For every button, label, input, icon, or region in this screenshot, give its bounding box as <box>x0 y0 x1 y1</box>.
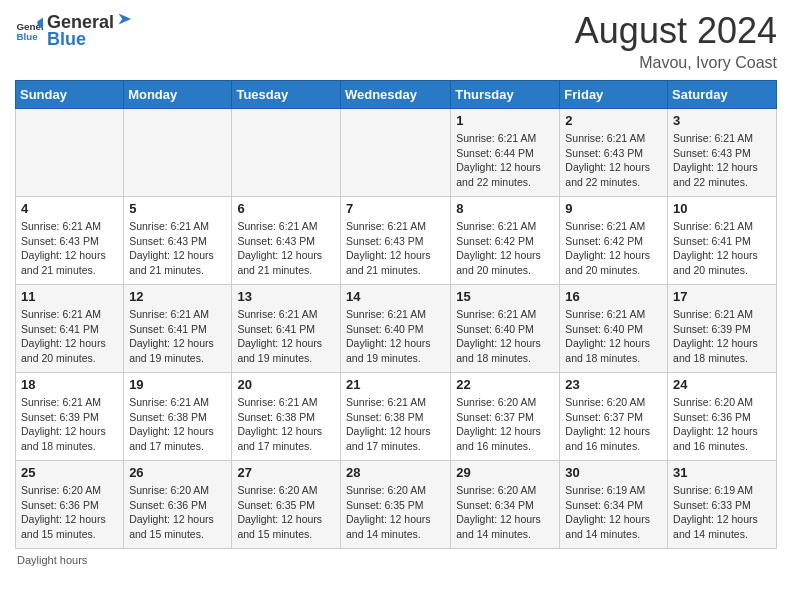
day-cell-3-3: 21Sunrise: 6:21 AM Sunset: 6:38 PM Dayli… <box>340 373 450 461</box>
day-cell-1-5: 9Sunrise: 6:21 AM Sunset: 6:42 PM Daylig… <box>560 197 668 285</box>
day-number: 8 <box>456 201 554 216</box>
day-number: 31 <box>673 465 771 480</box>
week-row-1: 1Sunrise: 6:21 AM Sunset: 6:44 PM Daylig… <box>16 109 777 197</box>
day-info: Sunrise: 6:20 AM Sunset: 6:36 PM Dayligh… <box>673 395 771 454</box>
day-cell-0-5: 2Sunrise: 6:21 AM Sunset: 6:43 PM Daylig… <box>560 109 668 197</box>
header-thursday: Thursday <box>451 81 560 109</box>
day-cell-3-0: 18Sunrise: 6:21 AM Sunset: 6:39 PM Dayli… <box>16 373 124 461</box>
day-info: Sunrise: 6:20 AM Sunset: 6:35 PM Dayligh… <box>346 483 445 542</box>
day-cell-0-1 <box>124 109 232 197</box>
day-cell-3-2: 20Sunrise: 6:21 AM Sunset: 6:38 PM Dayli… <box>232 373 341 461</box>
day-number: 5 <box>129 201 226 216</box>
day-info: Sunrise: 6:21 AM Sunset: 6:42 PM Dayligh… <box>456 219 554 278</box>
day-number: 1 <box>456 113 554 128</box>
day-number: 30 <box>565 465 662 480</box>
header-sunday: Sunday <box>16 81 124 109</box>
day-info: Sunrise: 6:20 AM Sunset: 6:35 PM Dayligh… <box>237 483 335 542</box>
calendar-title: August 2024 <box>575 10 777 52</box>
day-number: 2 <box>565 113 662 128</box>
logo-icon: General Blue <box>15 16 43 44</box>
day-number: 22 <box>456 377 554 392</box>
day-info: Sunrise: 6:21 AM Sunset: 6:43 PM Dayligh… <box>346 219 445 278</box>
day-cell-4-2: 27Sunrise: 6:20 AM Sunset: 6:35 PM Dayli… <box>232 461 341 549</box>
day-cell-2-0: 11Sunrise: 6:21 AM Sunset: 6:41 PM Dayli… <box>16 285 124 373</box>
day-info: Sunrise: 6:20 AM Sunset: 6:36 PM Dayligh… <box>129 483 226 542</box>
day-number: 27 <box>237 465 335 480</box>
calendar-table: Sunday Monday Tuesday Wednesday Thursday… <box>15 80 777 549</box>
day-number: 15 <box>456 289 554 304</box>
day-info: Sunrise: 6:21 AM Sunset: 6:43 PM Dayligh… <box>21 219 118 278</box>
day-cell-3-6: 24Sunrise: 6:20 AM Sunset: 6:36 PM Dayli… <box>668 373 777 461</box>
day-cell-4-5: 30Sunrise: 6:19 AM Sunset: 6:34 PM Dayli… <box>560 461 668 549</box>
day-info: Sunrise: 6:21 AM Sunset: 6:43 PM Dayligh… <box>237 219 335 278</box>
day-number: 16 <box>565 289 662 304</box>
day-cell-0-4: 1Sunrise: 6:21 AM Sunset: 6:44 PM Daylig… <box>451 109 560 197</box>
day-info: Sunrise: 6:21 AM Sunset: 6:40 PM Dayligh… <box>456 307 554 366</box>
day-cell-2-3: 14Sunrise: 6:21 AM Sunset: 6:40 PM Dayli… <box>340 285 450 373</box>
day-cell-0-2 <box>232 109 341 197</box>
header-monday: Monday <box>124 81 232 109</box>
header-tuesday: Tuesday <box>232 81 341 109</box>
day-number: 9 <box>565 201 662 216</box>
day-number: 20 <box>237 377 335 392</box>
day-info: Sunrise: 6:21 AM Sunset: 6:43 PM Dayligh… <box>129 219 226 278</box>
day-number: 3 <box>673 113 771 128</box>
days-header-row: Sunday Monday Tuesday Wednesday Thursday… <box>16 81 777 109</box>
day-info: Sunrise: 6:21 AM Sunset: 6:38 PM Dayligh… <box>237 395 335 454</box>
day-cell-4-6: 31Sunrise: 6:19 AM Sunset: 6:33 PM Dayli… <box>668 461 777 549</box>
day-cell-1-1: 5Sunrise: 6:21 AM Sunset: 6:43 PM Daylig… <box>124 197 232 285</box>
day-cell-4-1: 26Sunrise: 6:20 AM Sunset: 6:36 PM Dayli… <box>124 461 232 549</box>
day-info: Sunrise: 6:21 AM Sunset: 6:40 PM Dayligh… <box>565 307 662 366</box>
day-number: 29 <box>456 465 554 480</box>
logo: General Blue General Blue <box>15 10 134 50</box>
day-cell-1-3: 7Sunrise: 6:21 AM Sunset: 6:43 PM Daylig… <box>340 197 450 285</box>
day-cell-1-4: 8Sunrise: 6:21 AM Sunset: 6:42 PM Daylig… <box>451 197 560 285</box>
day-cell-4-0: 25Sunrise: 6:20 AM Sunset: 6:36 PM Dayli… <box>16 461 124 549</box>
day-cell-2-1: 12Sunrise: 6:21 AM Sunset: 6:41 PM Dayli… <box>124 285 232 373</box>
day-cell-4-4: 29Sunrise: 6:20 AM Sunset: 6:34 PM Dayli… <box>451 461 560 549</box>
svg-marker-3 <box>119 14 132 25</box>
day-info: Sunrise: 6:21 AM Sunset: 6:41 PM Dayligh… <box>673 219 771 278</box>
day-number: 19 <box>129 377 226 392</box>
day-cell-0-3 <box>340 109 450 197</box>
header-wednesday: Wednesday <box>340 81 450 109</box>
day-number: 25 <box>21 465 118 480</box>
footer-note: Daylight hours <box>15 554 777 566</box>
day-info: Sunrise: 6:20 AM Sunset: 6:34 PM Dayligh… <box>456 483 554 542</box>
header: General Blue General Blue August 2024 Ma… <box>15 10 777 72</box>
day-cell-3-5: 23Sunrise: 6:20 AM Sunset: 6:37 PM Dayli… <box>560 373 668 461</box>
week-row-3: 11Sunrise: 6:21 AM Sunset: 6:41 PM Dayli… <box>16 285 777 373</box>
day-number: 6 <box>237 201 335 216</box>
day-info: Sunrise: 6:21 AM Sunset: 6:41 PM Dayligh… <box>129 307 226 366</box>
day-number: 4 <box>21 201 118 216</box>
day-number: 28 <box>346 465 445 480</box>
day-info: Sunrise: 6:21 AM Sunset: 6:43 PM Dayligh… <box>565 131 662 190</box>
header-saturday: Saturday <box>668 81 777 109</box>
day-number: 18 <box>21 377 118 392</box>
day-info: Sunrise: 6:21 AM Sunset: 6:39 PM Dayligh… <box>673 307 771 366</box>
day-number: 10 <box>673 201 771 216</box>
day-number: 14 <box>346 289 445 304</box>
svg-text:Blue: Blue <box>16 31 38 42</box>
title-area: August 2024 Mavou, Ivory Coast <box>575 10 777 72</box>
week-row-5: 25Sunrise: 6:20 AM Sunset: 6:36 PM Dayli… <box>16 461 777 549</box>
day-number: 13 <box>237 289 335 304</box>
day-number: 12 <box>129 289 226 304</box>
day-cell-1-2: 6Sunrise: 6:21 AM Sunset: 6:43 PM Daylig… <box>232 197 341 285</box>
day-cell-3-1: 19Sunrise: 6:21 AM Sunset: 6:38 PM Dayli… <box>124 373 232 461</box>
day-number: 23 <box>565 377 662 392</box>
day-info: Sunrise: 6:21 AM Sunset: 6:42 PM Dayligh… <box>565 219 662 278</box>
day-cell-0-6: 3Sunrise: 6:21 AM Sunset: 6:43 PM Daylig… <box>668 109 777 197</box>
day-number: 21 <box>346 377 445 392</box>
logo-arrow-icon <box>115 10 133 28</box>
day-number: 17 <box>673 289 771 304</box>
day-info: Sunrise: 6:21 AM Sunset: 6:38 PM Dayligh… <box>129 395 226 454</box>
day-info: Sunrise: 6:20 AM Sunset: 6:37 PM Dayligh… <box>456 395 554 454</box>
day-cell-2-4: 15Sunrise: 6:21 AM Sunset: 6:40 PM Dayli… <box>451 285 560 373</box>
day-info: Sunrise: 6:21 AM Sunset: 6:44 PM Dayligh… <box>456 131 554 190</box>
day-number: 24 <box>673 377 771 392</box>
day-cell-1-6: 10Sunrise: 6:21 AM Sunset: 6:41 PM Dayli… <box>668 197 777 285</box>
day-cell-2-6: 17Sunrise: 6:21 AM Sunset: 6:39 PM Dayli… <box>668 285 777 373</box>
day-info: Sunrise: 6:21 AM Sunset: 6:41 PM Dayligh… <box>21 307 118 366</box>
day-info: Sunrise: 6:20 AM Sunset: 6:36 PM Dayligh… <box>21 483 118 542</box>
